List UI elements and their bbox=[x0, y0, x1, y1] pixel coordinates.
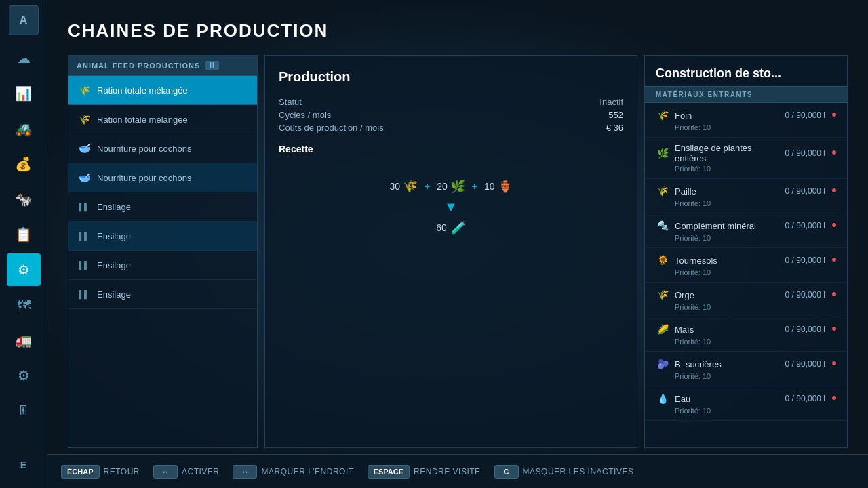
list-item-e2[interactable]: ▌▌ Ensilage bbox=[68, 222, 257, 251]
material-icon-ensilage-plantes: 🌿 bbox=[656, 146, 669, 160]
recipe-input-2: 20 🌿 bbox=[437, 179, 465, 194]
material-priority-foin: Priorité: 10 bbox=[656, 123, 836, 131]
recipe-input1-qty: 30 bbox=[389, 181, 400, 192]
kb-action-marquer: ↔ MARQUER L'ENDROIT bbox=[233, 465, 353, 479]
main-content: CHAINES DE PRODUCTION ANIMAL FEED PRODUC… bbox=[47, 0, 868, 488]
kb-key-marquer[interactable]: ↔ bbox=[233, 465, 257, 479]
sidebar-item-settings[interactable]: ⚙ bbox=[7, 359, 41, 392]
cycles-label: Cycles / mois bbox=[279, 110, 448, 120]
recipe-input-3: 10 🏺 bbox=[484, 179, 513, 194]
kb-label-masquer: MASQUER LES INACTIVES bbox=[523, 467, 634, 476]
production-title: Production bbox=[279, 69, 623, 85]
list-header-name: ANIMAL FEED PRODUCTIONS bbox=[77, 62, 200, 70]
material-priority-paille: Priorité: 10 bbox=[656, 199, 836, 207]
list-item-icon-e3: ▌▌ bbox=[77, 258, 92, 272]
recette-label: Recette bbox=[279, 144, 623, 155]
sidebar-item-tractor[interactable]: 🚜 bbox=[7, 113, 41, 145]
kb-action-masquer: C MASQUER LES INACTIVES bbox=[494, 465, 634, 479]
material-dot-paille bbox=[832, 188, 836, 192]
material-priority-bsucrières: Priorité: 10 bbox=[656, 372, 836, 380]
sidebar-item-sliders[interactable]: 🎚 bbox=[7, 394, 41, 427]
sidebar-item-map[interactable]: 🗺 bbox=[7, 289, 41, 321]
list-panel: ANIMAL FEED PRODUCTIONS II 🌾 Ration tota… bbox=[68, 55, 258, 448]
material-dot-foin bbox=[832, 113, 836, 117]
material-dot-bsucrières bbox=[832, 361, 836, 365]
recipe-plus1: + bbox=[422, 181, 433, 192]
materials-panel: Construction de sto... MATÉRIAUX ENTRANT… bbox=[644, 55, 848, 448]
kb-action-visite: ESPACE RENDRE VISITE bbox=[368, 465, 481, 479]
sidebar-item-animals[interactable]: 🐄 bbox=[7, 183, 41, 216]
sidebar-item-money[interactable]: 💰 bbox=[7, 148, 41, 180]
list-item-label-e2: Ensilage bbox=[97, 231, 131, 241]
sidebar-logo[interactable]: A bbox=[9, 5, 39, 35]
material-priority-mais: Priorité: 10 bbox=[656, 338, 836, 346]
recipe-input-1: 30 🌾 bbox=[389, 179, 418, 194]
tractor-icon: 🚜 bbox=[15, 121, 32, 137]
material-item-mais: 🌽 Maïs 0 / 90,000 l Priorité: 10 bbox=[645, 317, 847, 352]
list-item-e1[interactable]: ▌▌ Ensilage bbox=[68, 192, 257, 222]
recipe-input2-icon: 🌿 bbox=[450, 179, 465, 194]
material-row-orge: 🌾 Orge 0 / 90,000 l bbox=[656, 288, 836, 302]
materials-list: 🌾 Foin 0 / 90,000 l Priorité: 10 🌿 Ensil… bbox=[645, 103, 847, 447]
kb-key-activer[interactable]: ↔ bbox=[153, 465, 178, 479]
list-item-icon-r4: 🥣 bbox=[77, 170, 92, 185]
couts-label: Coûts de production / mois bbox=[279, 123, 448, 133]
sidebar-item-machine2[interactable]: 🚛 bbox=[7, 324, 41, 357]
material-name-orge: Orge bbox=[675, 290, 780, 300]
materials-panel-title: Construction de sto... bbox=[645, 56, 847, 86]
sidebar-item-weather[interactable]: ☁ bbox=[7, 42, 41, 75]
material-priority-ensilage-plantes: Priorité: 10 bbox=[656, 165, 836, 173]
list-item-icon-e1: ▌▌ bbox=[77, 199, 92, 214]
list-item-label-r4: Nourriture pour cochons bbox=[97, 173, 191, 183]
material-row-ensilage-plantes: 🌿 Ensilage de plantes entières 0 / 90,00… bbox=[656, 143, 836, 163]
cycles-value: 552 bbox=[454, 110, 623, 120]
panels-container: ANIMAL FEED PRODUCTIONS II 🌾 Ration tota… bbox=[68, 55, 848, 448]
list-item-icon-r3: 🥣 bbox=[77, 141, 92, 156]
kb-action-activer: ↔ ACTIVER bbox=[153, 465, 220, 479]
settings-icon: ⚙ bbox=[18, 367, 30, 384]
material-amount-paille: 0 / 90,000 l bbox=[785, 186, 825, 196]
recipe-output-icon: 🧪 bbox=[451, 220, 466, 235]
list-item-icon-r1: 🌾 bbox=[77, 83, 92, 98]
production-icon: ⚙ bbox=[18, 262, 30, 278]
recipe-input1-icon: 🌾 bbox=[403, 179, 418, 194]
material-name-eau: Eau bbox=[675, 394, 780, 404]
sidebar-item-contracts[interactable]: 📋 bbox=[7, 218, 41, 251]
recipe-arrow-down: ▼ bbox=[444, 199, 458, 215]
list-item-r3[interactable]: 🥣 Nourriture pour cochons bbox=[68, 134, 257, 163]
kb-key-echap[interactable]: ÉCHAP bbox=[61, 465, 100, 479]
material-dot-orge bbox=[832, 292, 836, 296]
contracts-icon: 📋 bbox=[15, 226, 32, 243]
material-amount-tournesols: 0 / 90,000 l bbox=[785, 256, 825, 265]
list-item-e3[interactable]: ▌▌ Ensilage bbox=[68, 251, 257, 280]
material-amount-complement: 0 / 90,000 l bbox=[785, 221, 825, 230]
recipe-area: 30 🌾 + 20 🌿 + 10 🏺 ▼ 60 bbox=[279, 165, 623, 249]
material-name-paille: Paille bbox=[675, 186, 780, 197]
e-icon: E bbox=[20, 460, 26, 470]
material-row-complement: 🔩 Complément minéral 0 / 90,000 l bbox=[656, 219, 836, 232]
kb-key-espace[interactable]: ESPACE bbox=[368, 465, 410, 479]
material-priority-tournesols: Priorité: 10 bbox=[656, 268, 836, 277]
material-amount-eau: 0 / 90,000 l bbox=[785, 394, 825, 403]
production-info: Statut Inactif Cycles / mois 552 Coûts d… bbox=[279, 97, 623, 133]
list-item-r1[interactable]: 🌾 Ration totale mélangée bbox=[68, 76, 257, 105]
material-name-mais: Maïs bbox=[675, 325, 780, 335]
sidebar-item-e[interactable]: E bbox=[7, 449, 41, 481]
material-name-foin: Foin bbox=[675, 110, 780, 121]
material-amount-bsucrières: 0 / 90,000 l bbox=[785, 359, 825, 369]
stats-icon: 📊 bbox=[15, 85, 32, 102]
list-item-r2[interactable]: 🌾 Ration totale mélangée bbox=[68, 105, 257, 134]
material-row-bsucrières: 🫐 B. sucrières 0 / 90,000 l bbox=[656, 357, 836, 371]
list-item-label-e3: Ensilage bbox=[97, 260, 131, 270]
sidebar-item-stats[interactable]: 📊 bbox=[7, 77, 41, 110]
list-item-r4[interactable]: 🥣 Nourriture pour cochons bbox=[68, 163, 257, 192]
kb-label-retour: RETOUR bbox=[104, 467, 140, 476]
list-item-label-e4: Ensilage bbox=[97, 289, 131, 300]
material-row-eau: 💧 Eau 0 / 90,000 l bbox=[656, 392, 836, 405]
material-dot-ensilage-plantes bbox=[832, 150, 836, 155]
sidebar-item-production[interactable]: ⚙ bbox=[7, 253, 41, 286]
kb-key-c[interactable]: C bbox=[494, 465, 519, 479]
material-name-bsucrières: B. sucrières bbox=[675, 359, 780, 369]
list-item-label-r3: Nourriture pour cochons bbox=[97, 144, 191, 154]
list-item-e4[interactable]: ▌▌ Ensilage bbox=[68, 280, 257, 309]
